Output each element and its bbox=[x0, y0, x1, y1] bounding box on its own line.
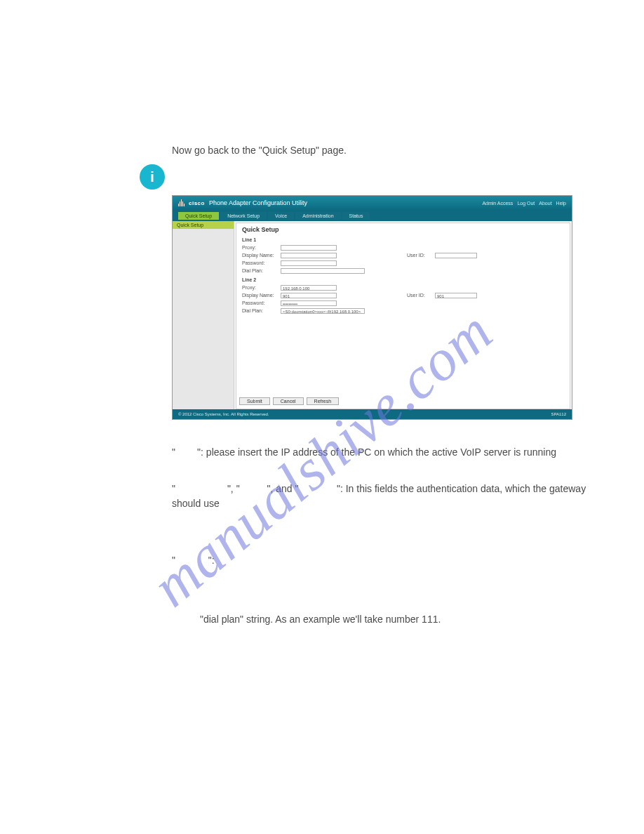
page-title: Quick Setup bbox=[242, 226, 564, 233]
cisco-logo-icon bbox=[178, 199, 185, 206]
refresh-button[interactable]: Refresh bbox=[307, 397, 340, 405]
cisco-brand: cisco bbox=[189, 200, 205, 206]
paragraph-auth: " ", " ", and " ": In this fields the au… bbox=[172, 482, 593, 511]
model-text: SPA112 bbox=[551, 412, 566, 416]
label-line2-dial-plan: Dial Plan: bbox=[242, 308, 281, 313]
input-line2-proxy[interactable]: 192.168.0.100 bbox=[281, 285, 337, 291]
footer-bar: © 2012 Cisco Systems, Inc. All Rights Re… bbox=[173, 409, 572, 419]
page: Now go back to the "Quick Setup" page. i… bbox=[0, 0, 644, 834]
info-icon: i bbox=[140, 164, 165, 190]
sidebar: Quick Setup bbox=[173, 221, 234, 411]
input-line2-user-id[interactable]: 901 bbox=[435, 293, 477, 298]
paragraph-proxy: " ": please insert the IP address of the… bbox=[172, 445, 579, 460]
input-line1-display-name[interactable] bbox=[281, 253, 337, 258]
label-line2-display-name: Display Name: bbox=[242, 293, 281, 298]
input-line1-proxy[interactable] bbox=[281, 245, 337, 251]
label-line1-user-id: User ID: bbox=[407, 253, 435, 258]
app-header: cisco Phone Adapter Configuration Utilit… bbox=[173, 196, 572, 210]
input-line1-user-id[interactable] bbox=[435, 253, 477, 258]
intro-text: Now go back to the "Quick Setup" page. bbox=[172, 145, 347, 156]
paragraph-dialplan-label: " ": bbox=[172, 553, 579, 568]
link-help[interactable]: Help bbox=[556, 201, 566, 206]
cancel-button[interactable]: Cancel bbox=[273, 397, 304, 405]
tab-administration[interactable]: Administration bbox=[295, 212, 340, 220]
label-line2-proxy: Proxy: bbox=[242, 285, 281, 290]
sidebar-item-quick-setup[interactable]: Quick Setup bbox=[173, 221, 234, 229]
tab-network-setup[interactable]: Network Setup bbox=[220, 212, 267, 220]
label-line2-user-id: User ID: bbox=[407, 293, 435, 298]
header-links: Admin Access Log Out About Help bbox=[482, 201, 566, 206]
label-line2-password: Password: bbox=[242, 300, 281, 305]
label-line1-dial-plan: Dial Plan: bbox=[242, 268, 281, 273]
input-line1-dial-plan[interactable] bbox=[281, 268, 365, 274]
link-logout[interactable]: Log Out bbox=[517, 201, 535, 206]
tab-voice[interactable]: Voice bbox=[268, 212, 294, 220]
copyright-text: © 2012 Cisco Systems, Inc. All Rights Re… bbox=[178, 412, 269, 416]
input-line2-password[interactable]: •••••••••• bbox=[281, 300, 337, 306]
link-about[interactable]: About bbox=[539, 201, 551, 206]
app-title: Phone Adapter Configuration Utility bbox=[209, 199, 307, 206]
tab-status[interactable]: Status bbox=[342, 212, 370, 220]
section-line2: Line 2 bbox=[242, 277, 564, 282]
label-line1-proxy: Proxy: bbox=[242, 245, 281, 250]
input-line1-password[interactable] bbox=[281, 260, 337, 266]
section-line1: Line 1 bbox=[242, 237, 564, 242]
content-panel: Quick Setup Line 1 Proxy: Display Name: … bbox=[236, 223, 570, 409]
cisco-screenshot: cisco Phone Adapter Configuration Utilit… bbox=[172, 195, 572, 420]
link-admin-access[interactable]: Admin Access bbox=[482, 201, 513, 206]
footer-buttons: Submit Cancel Refresh bbox=[239, 397, 339, 405]
paragraph-dialplan-example: "dial plan" string. As an example we'll … bbox=[200, 612, 579, 627]
label-line1-password: Password: bbox=[242, 260, 281, 265]
label-line1-display-name: Display Name: bbox=[242, 253, 281, 258]
input-line2-display-name[interactable]: 901 bbox=[281, 293, 337, 298]
main-tabs: Quick Setup Network Setup Voice Administ… bbox=[173, 210, 572, 221]
input-line2-dial-plan[interactable]: <S0:doorstation0>xxx<:@192.168.0.100> bbox=[281, 308, 365, 314]
tab-quick-setup[interactable]: Quick Setup bbox=[178, 212, 219, 220]
submit-button[interactable]: Submit bbox=[239, 397, 270, 405]
